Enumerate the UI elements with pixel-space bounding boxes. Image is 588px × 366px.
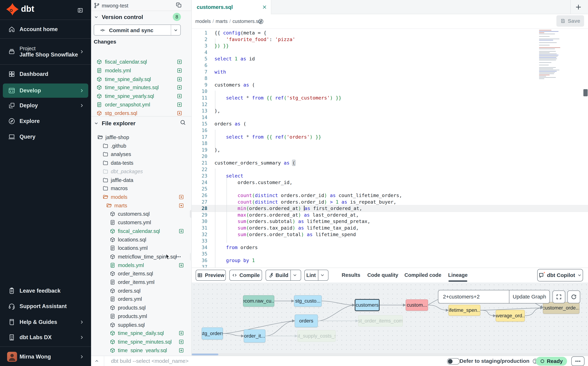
lineage-node-ord[interactable]: orders bbox=[295, 314, 318, 327]
lineage-node-tsc[interactable]: test_supply_costs_s... bbox=[297, 330, 336, 342]
change-item[interactable]: fiscal_calendar.sql bbox=[91, 58, 192, 66]
command-input[interactable]: dbt build --select <model_name> bbox=[111, 358, 189, 364]
sidebar-item-develop[interactable]: Develop bbox=[0, 84, 91, 98]
branch-name[interactable]: mwong-test bbox=[102, 3, 128, 9]
stage-plus-icon[interactable] bbox=[177, 84, 182, 90]
sidebar-item-help-guides[interactable]: Help & Guides bbox=[0, 314, 91, 330]
preview-button[interactable]: Preview bbox=[196, 270, 226, 281]
minimap[interactable] bbox=[539, 30, 567, 80]
code-line[interactable]: 3}) }} bbox=[192, 42, 588, 49]
tree-item-order-items-sql[interactable]: order_items.sql bbox=[91, 269, 192, 278]
lineage-node-co[interactable]: customer_orde... bbox=[543, 302, 580, 314]
code-line[interactable]: 31 sum(orders.tax_paid) as lifetime_tax_… bbox=[192, 225, 588, 231]
sidebar-item-dbt-labs-dx[interactable]: dbt Labs DX bbox=[0, 330, 91, 345]
change-item[interactable]: order_snapshot.yml bbox=[91, 100, 192, 109]
code-line[interactable]: 15orders as ( bbox=[192, 121, 588, 127]
compile-button[interactable]: Compile bbox=[229, 270, 262, 281]
row-menu-icon[interactable] bbox=[176, 254, 181, 259]
code-line[interactable]: 11 select * from {{ ref('stg_customers')… bbox=[192, 94, 588, 101]
dropdown-chevron-icon[interactable] bbox=[290, 270, 299, 280]
sidebar-item-dashboard[interactable]: Dashboard bbox=[0, 65, 91, 84]
tab-lineage[interactable]: Lineage bbox=[448, 268, 468, 282]
code-line[interactable]: 36 group by 1 bbox=[192, 257, 588, 264]
code-line[interactable]: 10 bbox=[192, 88, 588, 94]
lineage-node-cust[interactable]: customers bbox=[355, 299, 380, 311]
lineage-refresh-button[interactable] bbox=[567, 290, 580, 303]
tree-item-dbt-packages[interactable]: dbt_packages bbox=[91, 167, 192, 175]
lineage-node-toi[interactable]: test_order_items_com... bbox=[358, 315, 403, 327]
code-line[interactable]: 35 bbox=[192, 251, 588, 257]
file-search-icon[interactable] bbox=[180, 119, 186, 125]
sidebar-item-support-assistant[interactable]: Support Assistant bbox=[0, 299, 91, 314]
code-line[interactable]: 17 select * from {{ ref('orders') }} bbox=[192, 134, 588, 140]
code-line[interactable]: 29 max(orders.ordered_at) as last_ordere… bbox=[192, 212, 588, 218]
change-item[interactable]: time_spine_yearly.sql bbox=[91, 92, 192, 100]
code-line[interactable]: 7with bbox=[192, 69, 588, 75]
code-line[interactable]: 21customer_orders_summary as ( bbox=[192, 160, 588, 166]
code-line[interactable]: 19), bbox=[192, 147, 588, 153]
stage-plus-icon[interactable] bbox=[179, 348, 184, 353]
tree-item-customers-yml[interactable]: customers.yml bbox=[91, 218, 192, 227]
code-line[interactable]: 32 sum(orders.order_total) as lifetime_s… bbox=[192, 231, 588, 238]
stage-plus-icon[interactable] bbox=[177, 93, 182, 99]
new-tab-button[interactable] bbox=[575, 4, 582, 11]
update-graph-button[interactable]: Update Graph bbox=[509, 290, 550, 303]
status-badge[interactable]: Ready bbox=[536, 357, 567, 366]
tree-item-orders-yml[interactable]: orders.yml bbox=[91, 295, 192, 303]
tree-item-metricflow-time-spine-sql[interactable]: metricflow_time_spine.sql bbox=[91, 253, 192, 261]
user-menu[interactable]: Mirna Wong bbox=[0, 349, 91, 365]
code-line[interactable]: 6 bbox=[192, 62, 588, 69]
change-item[interactable]: time_spine_daily.sql bbox=[91, 75, 192, 83]
tree-item-time-spine-daily-sql[interactable]: time_spine_daily.sql bbox=[91, 329, 192, 337]
code-line[interactable]: 22 bbox=[192, 166, 588, 173]
stage-plus-icon[interactable] bbox=[177, 102, 182, 107]
tree-item-customers-sql[interactable]: customers.sql bbox=[91, 210, 192, 218]
dbt-copilot-button[interactable]: dbt Copilot bbox=[537, 269, 583, 282]
tab-compiled-code[interactable]: Compiled code bbox=[404, 268, 441, 282]
lineage-node-oi[interactable]: order_it... bbox=[244, 329, 265, 343]
lineage-search[interactable]: 2+customers+2 Update Graph bbox=[438, 290, 550, 304]
code-line[interactable]: 26 count(distinct orders.order_id) as co… bbox=[192, 192, 588, 199]
commit-and-sync-button[interactable]: Commit and sync bbox=[94, 24, 181, 36]
sidebar-item-project[interactable]: ProjectJaffle Shop Snowflake bbox=[0, 39, 91, 65]
stage-plus-icon[interactable] bbox=[177, 68, 182, 73]
tree-item-marts[interactable]: marts bbox=[91, 201, 192, 210]
tree-item-analyses[interactable]: analyses bbox=[91, 150, 192, 158]
breadcrumb-item[interactable]: marts bbox=[216, 19, 228, 24]
code-line[interactable]: 14 bbox=[192, 114, 588, 121]
stage-plus-icon[interactable] bbox=[179, 262, 184, 268]
commit-dropdown-chevron-icon[interactable] bbox=[173, 28, 178, 33]
lineage-node-avg[interactable]: average_ord... bbox=[496, 310, 525, 322]
code-line[interactable]: 2 'favorite_food': 'pizza' bbox=[192, 36, 588, 43]
code-line[interactable]: 18 bbox=[192, 140, 588, 147]
code-line[interactable]: 28 min(orders.ordered_at) as first_order… bbox=[192, 205, 588, 212]
lineage-node-stgo[interactable]: stg_orders bbox=[202, 328, 223, 340]
tree-item-data-tests[interactable]: data-tests bbox=[91, 159, 192, 167]
change-item[interactable]: stg_orders.sql bbox=[91, 109, 192, 116]
tree-item-jaffle-shop[interactable]: jaffle-shop bbox=[91, 133, 192, 141]
explorer-section-title[interactable]: File explorer bbox=[102, 120, 135, 127]
code-editor[interactable]: 1{{ config(meta = {2 'favorite_food': 'p… bbox=[192, 29, 588, 267]
code-line[interactable]: 27 count(distinct orders.order_id) > 1 a… bbox=[192, 199, 588, 205]
command-bar-collapse-icon[interactable] bbox=[94, 358, 99, 364]
tree-item-models[interactable]: models bbox=[91, 193, 192, 201]
sidebar-item-explore[interactable]: Explore bbox=[0, 113, 91, 129]
sidebar-item-query[interactable]: Query bbox=[0, 129, 91, 145]
code-line[interactable]: 9customers as ( bbox=[192, 82, 588, 88]
lineage-node-ecom[interactable]: ecom.raw_cu... bbox=[243, 295, 274, 307]
code-line[interactable]: 4 bbox=[192, 49, 588, 56]
sidebar-item-account-home[interactable]: Account home bbox=[0, 20, 91, 39]
tree-item-order-items-yml[interactable]: order_items.yml bbox=[91, 278, 192, 286]
build-button[interactable]: Build bbox=[266, 270, 301, 281]
tree-item-time-spine-yearly-sql[interactable]: time_spine_yearly.sql bbox=[91, 346, 192, 353]
code-line[interactable]: 37 bbox=[192, 264, 588, 267]
lineage-node-stgc[interactable]: stg_custo... bbox=[294, 295, 322, 307]
code-line[interactable]: 20 bbox=[192, 153, 588, 160]
stage-plus-icon[interactable] bbox=[179, 228, 184, 234]
stage-plus-icon[interactable] bbox=[177, 76, 182, 82]
stage-plus-icon[interactable] bbox=[179, 330, 184, 336]
tree-item-fiscal-calendar-sql[interactable]: fiscal_calendar.sql bbox=[91, 227, 192, 235]
lineage-search-input[interactable]: 2+customers+2 bbox=[438, 290, 509, 303]
tree-item-models-yml[interactable]: models.yml bbox=[91, 261, 192, 269]
save-button[interactable]: Save bbox=[556, 15, 584, 27]
